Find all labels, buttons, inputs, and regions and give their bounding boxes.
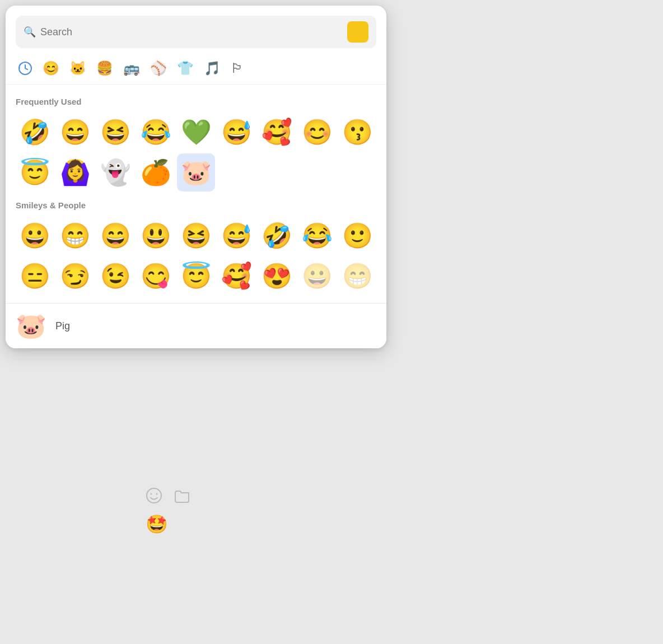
bottom-icons-row xyxy=(146,487,190,508)
emoji-cell[interactable]: 😀 xyxy=(16,217,54,255)
picker-footer: 🐷 Pig xyxy=(6,303,386,348)
emoji-cell[interactable]: 😋 xyxy=(137,257,175,295)
emoji-cell[interactable]: 😀 xyxy=(298,257,336,295)
emoji-cell[interactable]: 😊 xyxy=(177,297,215,303)
emoji-cell[interactable]: 😉 xyxy=(96,257,134,295)
emoji-cell[interactable]: 😏 xyxy=(56,257,94,295)
footer-emoji: 🐷 xyxy=(16,311,46,340)
emoji-cell[interactable]: 🙂 xyxy=(338,217,376,255)
emoji-cell[interactable]: 🤣 xyxy=(258,217,296,255)
emoji-cell[interactable]: 😂 xyxy=(217,297,255,303)
emoji-cell[interactable]: 😍 xyxy=(258,257,296,295)
search-input[interactable] xyxy=(40,26,339,38)
picker-top: 🔍 xyxy=(6,6,386,48)
frequently-used-grid: 🤣 😄 😆 😂 💚 😅 🥰 😊 😗 😇 🙆‍♀️ 👻 🍊 🐷 xyxy=(16,113,376,192)
category-bar: 😊 🐱 🍔 🚌 ⚾ 👕 🎵 🏳 xyxy=(6,48,386,85)
picker-body: Frequently Used 🤣 😄 😆 😂 💚 😅 🥰 😊 😗 😇 🙆‍♀️… xyxy=(6,85,386,303)
emoji-cell[interactable]: 😑 xyxy=(16,257,54,295)
category-recent[interactable] xyxy=(16,59,35,78)
smileys-people-title: Smileys & People xyxy=(16,200,376,210)
bottom-area: 🤩 xyxy=(146,487,190,535)
category-food[interactable]: 🍔 xyxy=(94,58,115,78)
smiley-icon[interactable] xyxy=(146,487,162,508)
emoji-cell[interactable]: 😃 xyxy=(137,217,175,255)
search-icon: 🔍 xyxy=(24,26,36,38)
emoji-cell[interactable]: 😃 xyxy=(56,297,94,303)
svg-point-1 xyxy=(147,488,161,503)
selected-emoji-display: 🤩 xyxy=(146,514,168,535)
emoji-cell[interactable]: 😄 xyxy=(96,217,134,255)
frequently-used-title: Frequently Used xyxy=(16,97,376,106)
category-symbols[interactable]: 🎵 xyxy=(202,58,223,78)
emoji-cell[interactable]: 😇 xyxy=(177,257,215,295)
category-travel[interactable]: 🚌 xyxy=(121,58,142,78)
emoji-cell[interactable]: 💚 xyxy=(177,113,215,151)
footer-label: Pig xyxy=(55,320,70,332)
emoji-cell[interactable]: 😄 xyxy=(56,113,94,151)
emoji-cell[interactable]: 😇 xyxy=(16,153,54,192)
category-objects[interactable]: 👕 xyxy=(175,58,196,78)
emoji-cell-pig-selected[interactable]: 🐷 xyxy=(177,153,215,192)
folder-icon[interactable] xyxy=(174,487,190,508)
emoji-cell[interactable]: 😆 xyxy=(177,217,215,255)
emoji-cell[interactable]: 😂 xyxy=(137,113,175,151)
svg-point-2 xyxy=(151,493,152,495)
emoji-cell[interactable]: 🍊 xyxy=(137,153,175,192)
emoji-cell[interactable]: 😁 xyxy=(338,257,376,295)
emoji-cell[interactable]: 😂 xyxy=(298,217,336,255)
category-activities[interactable]: ⚾ xyxy=(148,58,169,78)
emoji-cell[interactable]: 😅 xyxy=(217,113,255,151)
emoji-scroll-area: Frequently Used 🤣 😄 😆 😂 💚 😅 🥰 😊 😗 😇 🙆‍♀️… xyxy=(6,85,386,303)
category-smileys[interactable]: 😊 xyxy=(40,58,62,78)
emoji-cell[interactable]: 🤣 xyxy=(16,113,54,151)
smileys-people-grid: 😀 😁 😄 😃 😆 😅 🤣 😂 🙂 😑 😏 😉 😋 😇 🥰 😍 😀 😁 😄 xyxy=(16,217,376,303)
emoji-cell[interactable]: 🥰 xyxy=(217,257,255,295)
emoji-picker: 🔍 😊 🐱 🍔 🚌 ⚾ 👕 🎵 🏳 Frequently Used xyxy=(6,6,386,348)
category-flags[interactable]: 🏳 xyxy=(228,58,246,78)
category-animals[interactable]: 🐱 xyxy=(67,58,88,78)
emoji-cell[interactable]: 🥰 xyxy=(258,113,296,151)
emoji-cell[interactable]: 😁 xyxy=(56,217,94,255)
yellow-square-button[interactable] xyxy=(347,21,368,43)
emoji-cell[interactable]: 😅 xyxy=(137,297,175,303)
emoji-cell[interactable]: 👻 xyxy=(96,153,134,192)
emoji-cell[interactable]: 😊 xyxy=(298,113,336,151)
emoji-cell[interactable]: 😗 xyxy=(338,113,376,151)
emoji-cell[interactable]: 🙆‍♀️ xyxy=(56,153,94,192)
search-bar: 🔍 xyxy=(16,16,376,48)
emoji-cell[interactable]: 😆 xyxy=(96,113,134,151)
emoji-cell[interactable]: 😄 xyxy=(16,297,54,303)
emoji-cell[interactable]: 😅 xyxy=(217,217,255,255)
emoji-cell[interactable]: 😆 xyxy=(96,297,134,303)
svg-point-3 xyxy=(156,493,158,495)
